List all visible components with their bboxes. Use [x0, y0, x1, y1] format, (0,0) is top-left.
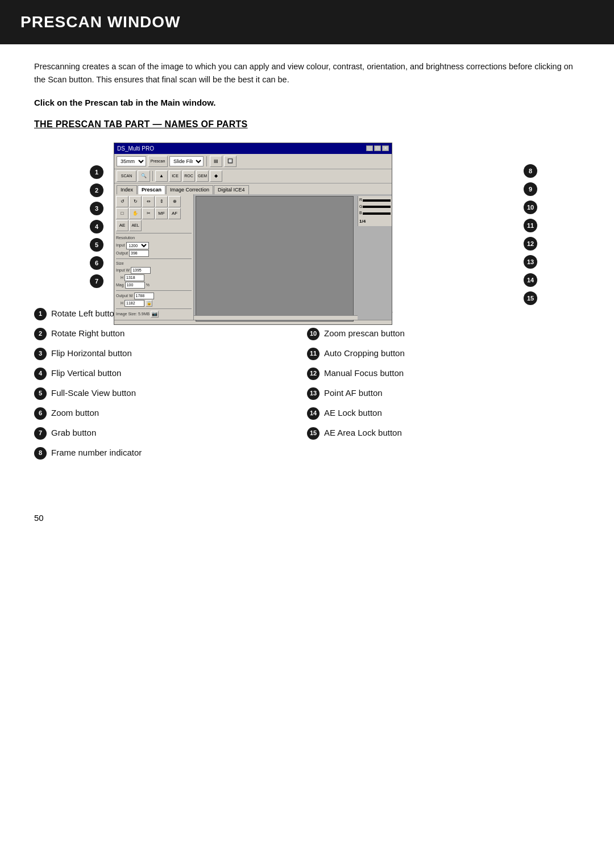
input-label: Input — [116, 243, 125, 249]
input-h-label: H — [121, 275, 123, 281]
rotate-left-icon[interactable]: ↺ — [116, 196, 128, 207]
crop-icon[interactable]: ✂ — [142, 208, 155, 219]
b-bar — [363, 212, 391, 215]
callout-1: 1 — [90, 165, 103, 179]
part-num-10: 10 — [307, 328, 320, 340]
input-w-row: Input W 1395 — [116, 267, 192, 274]
h-scrollbar[interactable] — [194, 315, 358, 320]
part-label-12: Manual Focus button — [324, 367, 404, 379]
b-label: B — [359, 210, 362, 216]
rgb-r-row: R — [359, 197, 391, 203]
section-title: THE PRESCAN TAB PART — NAMES OF PARTS — [34, 118, 580, 131]
prescan-image-area: R G B 1/4 — [194, 194, 392, 320]
window-titlebar: DS_Multi PRO _ □ × — [114, 143, 392, 154]
part-item-4: 4 Flip Vertical button — [34, 367, 296, 380]
ael-icon[interactable]: AEL — [129, 220, 142, 231]
left-callouts: 1 2 3 4 5 6 7 — [90, 165, 103, 291]
film-type-dropdown[interactable]: Slide Film — [169, 156, 204, 166]
callout-6: 6 — [90, 256, 103, 270]
part-num-1: 1 — [34, 308, 47, 320]
resolution-label: Resolution — [116, 235, 135, 241]
output-h-row: H 1182 🔒 — [116, 300, 192, 307]
zoom-icon[interactable]: 🔍 — [138, 170, 150, 182]
af-icon[interactable]: AF — [168, 208, 181, 219]
part-num-2: 2 — [34, 328, 47, 340]
screenshot-area: 1 2 3 4 5 6 7 8 9 10 11 12 13 14 15 DS_M… — [74, 143, 540, 290]
rgb-g-row: G — [359, 204, 391, 210]
tab-prescan[interactable]: Prescan — [138, 185, 165, 195]
icon-btn2[interactable]: 🔲 — [224, 156, 237, 167]
parts-column-left: 1 Rotate Left button 2 Rotate Right butt… — [34, 307, 307, 466]
output-w-row: Output W 1788 — [116, 293, 192, 299]
minimize-btn[interactable]: _ — [366, 145, 373, 151]
part-item-5: 5 Full-Scale View button — [34, 387, 296, 400]
close-btn[interactable]: × — [382, 145, 389, 151]
eject-btn[interactable]: ▲ — [155, 170, 168, 182]
toolbar-row1: 35mm Prescan Slide Film ▤ 🔲 — [114, 154, 392, 169]
chain-lock-icon[interactable]: 🔒 — [146, 300, 152, 307]
part-num-8: 8 — [34, 447, 47, 460]
part-label-8: Frame number indicator — [51, 446, 142, 458]
part-label-7: Grab button — [51, 427, 96, 439]
callout-8: 8 — [524, 164, 537, 178]
part-item-15: 15 AE Area Lock button — [307, 427, 569, 440]
film-size-dropdown[interactable]: 35mm — [117, 156, 146, 166]
input-w-label: Input W — [116, 268, 130, 274]
parts-list: 1 Rotate Left button 2 Rotate Right butt… — [34, 307, 580, 466]
input-select[interactable]: 1200 — [126, 242, 149, 249]
flip-v-icon[interactable]: ⇕ — [155, 196, 168, 207]
rgb-display-area: R G B 1/4 — [358, 196, 392, 226]
part-item-13: 13 Point AF button — [307, 387, 569, 400]
callout-15: 15 — [524, 291, 537, 305]
tab-index[interactable]: Index — [117, 185, 137, 195]
part-label-5: Full-Scale View button — [51, 387, 136, 399]
part-num-12: 12 — [307, 368, 320, 380]
output-value: 398 — [129, 250, 149, 257]
callout-9: 9 — [524, 182, 537, 196]
zoom-in-icon[interactable]: ⊕ — [168, 196, 181, 207]
zoom-fraction: 1/4 — [359, 218, 366, 225]
prescan-tools: ↺ ↻ ⇔ ⇕ ⊕ □ ✋ ✂ MF AF AE AEL — [116, 196, 192, 231]
part-num-11: 11 — [307, 348, 320, 360]
mf-icon[interactable]: MF — [155, 208, 168, 219]
page-content: Prescanning creates a scan of the image … — [0, 60, 614, 466]
ice-btn[interactable]: ICE — [169, 170, 181, 182]
part-num-7: 7 — [34, 427, 47, 440]
part-num-13: 13 — [307, 387, 320, 400]
grab-icon[interactable]: ✋ — [129, 208, 142, 219]
input-h-row: H 1318 — [116, 274, 192, 281]
full-scale-icon[interactable]: □ — [116, 208, 128, 219]
page-header: PRESCAN WINDOW — [0, 0, 614, 44]
tab-digital-ice4[interactable]: Digital ICE4 — [214, 185, 249, 195]
divider4 — [116, 308, 192, 309]
part-num-3: 3 — [34, 348, 47, 360]
roc-btn[interactable]: ROC — [182, 170, 195, 182]
prescan-btn[interactable]: Prescan — [148, 156, 168, 167]
part-item-10: 10 Zoom prescan button — [307, 327, 569, 340]
rotate-right-icon[interactable]: ↻ — [129, 196, 142, 207]
tab-image-correction[interactable]: Image Correction — [166, 185, 213, 195]
part-item-7: 7 Grab button — [34, 427, 296, 440]
tabs-row: Index Prescan Image Correction Digital I… — [114, 183, 392, 195]
part-item-11: 11 Auto Cropping button — [307, 347, 569, 360]
part-item-3: 3 Flip Horizontal button — [34, 347, 296, 360]
part-num-4: 4 — [34, 368, 47, 380]
zoom-indicator: 1/4 — [359, 218, 391, 225]
scan-icon-btn[interactable]: SCAN — [117, 170, 136, 182]
mag-unit: % — [146, 282, 150, 289]
restore-btn[interactable]: □ — [374, 145, 381, 151]
icon-btn1[interactable]: ▤ — [210, 156, 222, 167]
size-label: Size — [116, 261, 124, 267]
image-size-icon[interactable]: 📷 — [151, 311, 159, 318]
gem-btn[interactable]: GEM — [196, 170, 209, 182]
ae-icon[interactable]: AE — [116, 220, 128, 231]
part-label-4: Flip Vertical button — [51, 367, 121, 379]
part-label-14: AE Lock button — [324, 407, 382, 419]
flip-h-icon[interactable]: ⇔ — [142, 196, 155, 207]
callout-11: 11 — [524, 219, 537, 232]
page-title: PRESCAN WINDOW — [20, 10, 594, 34]
color-btn[interactable]: ◆ — [210, 170, 222, 182]
click-instruction: Click on the Prescan tab in the Main win… — [34, 97, 580, 110]
callout-5: 5 — [90, 238, 103, 252]
window-title: DS_Multi PRO — [117, 144, 154, 153]
